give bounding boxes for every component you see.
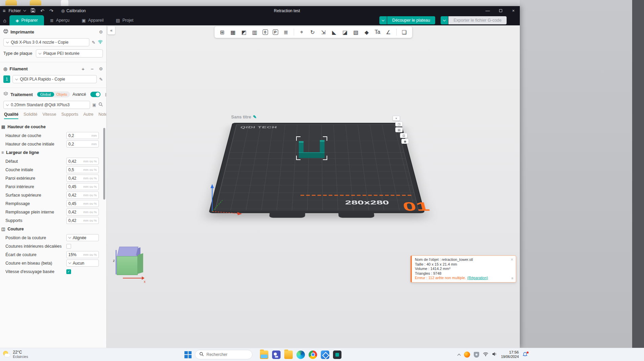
- minimize-button[interactable]: —: [481, 6, 494, 15]
- text-tool-icon[interactable]: Ta: [375, 29, 381, 35]
- add-object-icon[interactable]: ⊞: [219, 29, 225, 36]
- place-on-face-icon[interactable]: ◣: [331, 29, 337, 36]
- firefox-tray-icon[interactable]: [464, 352, 470, 358]
- setting-input[interactable]: 0,2mm: [66, 140, 99, 148]
- layers-icon[interactable]: ≣: [283, 29, 289, 36]
- folder-icon[interactable]: [284, 351, 293, 359]
- process-preset-select[interactable]: 0.20mm Standard @Qidi XPlus3: [3, 101, 90, 109]
- details-icon[interactable]: ≡: [511, 276, 513, 281]
- process-tab-vitesse[interactable]: Vitesse: [42, 112, 56, 119]
- viewport-3d[interactable]: « ⊞▦◩▥0P≣⌖↻⇲◣◪▧◆Ta∠❏ QIDI TECH 280x280 0…: [107, 25, 520, 348]
- paste-icon[interactable]: P: [273, 29, 278, 35]
- support-paint-icon[interactable]: ▧: [353, 29, 359, 36]
- slicer-icon[interactable]: [333, 351, 341, 359]
- settings-group-header[interactable]: ▤Hauteur de couche: [0, 122, 106, 131]
- plate-settings-icon[interactable]: ▤: [395, 127, 403, 132]
- lock-plate-icon[interactable]: ⊡: [400, 133, 407, 138]
- clone-count-icon[interactable]: 0: [263, 29, 268, 35]
- setting-input[interactable]: 15%mm ou %: [66, 251, 99, 258]
- repair-link[interactable]: (Réparation): [467, 276, 488, 280]
- tab-aperçu[interactable]: ≣Aperçu: [44, 15, 76, 25]
- wifi-tray-icon[interactable]: [483, 352, 488, 358]
- setting-input[interactable]: 0,2mm: [66, 132, 99, 139]
- file-menu[interactable]: Fichier: [8, 8, 21, 13]
- tab-préparer[interactable]: ◈Préparer: [9, 15, 44, 25]
- process-tab-qualité[interactable]: Qualité: [4, 112, 18, 119]
- hamburger-menu-icon[interactable]: ≡: [3, 8, 5, 14]
- process-tab-autre[interactable]: Autre: [83, 112, 93, 119]
- rotate-icon[interactable]: ↻: [310, 29, 316, 36]
- tab-appareil[interactable]: ▣Appareil: [75, 15, 110, 25]
- collapse-sidebar-button[interactable]: «: [108, 26, 115, 35]
- volume-tray-icon[interactable]: [492, 352, 497, 358]
- filament-slot-badge[interactable]: 1: [3, 75, 10, 83]
- maximize-button[interactable]: [494, 6, 507, 15]
- plate-visibility-icon[interactable]: ◉: [401, 139, 409, 144]
- chevron-down-icon[interactable]: [23, 9, 26, 12]
- remove-filament-icon[interactable]: −: [90, 66, 94, 72]
- setting-input[interactable]: 0,42mm ou %: [66, 208, 99, 216]
- setting-checkbox[interactable]: [66, 244, 71, 249]
- move-icon[interactable]: ⌖: [299, 29, 305, 35]
- edit-filament-icon[interactable]: ✎: [99, 77, 103, 82]
- teams-icon[interactable]: [272, 351, 281, 359]
- setting-input[interactable]: 0,45mm ou %: [66, 183, 99, 190]
- cut-icon[interactable]: ◪: [342, 29, 348, 36]
- slice-dropdown[interactable]: [379, 16, 387, 24]
- weather-widget[interactable]: 22°C Éclaircies: [2, 350, 28, 359]
- process-tab-solidité[interactable]: Solidité: [23, 112, 37, 119]
- add-filament-icon[interactable]: +: [81, 66, 85, 72]
- printer-preset-select[interactable]: Qidi X-Plus 3 0.4 nozzle - Copie: [3, 38, 89, 46]
- filament-preset-select[interactable]: QIDI PLA Rapido - Copie: [13, 75, 97, 83]
- assembly-view-icon[interactable]: ❏: [401, 29, 407, 36]
- notifications-icon[interactable]: [523, 352, 528, 358]
- tray-expand-icon[interactable]: [458, 354, 461, 357]
- setting-input[interactable]: 0,45mm ou %: [66, 200, 99, 207]
- arrange-icon[interactable]: ▦: [230, 29, 236, 36]
- search-preset-icon[interactable]: [98, 102, 103, 108]
- taskbar-clock[interactable]: 17:56 19/06/2024: [501, 350, 519, 359]
- plate-name[interactable]: Sans titre ✎: [231, 114, 257, 119]
- scale-icon[interactable]: ⇲: [320, 29, 327, 36]
- seam-paint-icon[interactable]: ◆: [364, 29, 370, 36]
- slice-plate-button[interactable]: Découper le plateau: [379, 16, 435, 24]
- save-icon[interactable]: [31, 8, 35, 14]
- rename-plate-icon[interactable]: ✎: [253, 114, 257, 119]
- printer-settings-icon[interactable]: ⚙: [99, 29, 103, 35]
- process-tab-notes[interactable]: Notes: [98, 112, 107, 119]
- copy-preset-icon[interactable]: ▣: [92, 103, 96, 107]
- export-dropdown[interactable]: [441, 16, 448, 24]
- plate-type-select[interactable]: Plaque PEI texturée: [36, 49, 103, 58]
- setting-select[interactable]: Alignée: [66, 234, 99, 241]
- export-gcode-button[interactable]: Exporter le fichier G-code: [441, 16, 507, 24]
- taskbar-search[interactable]: [195, 350, 252, 359]
- redo-icon[interactable]: ↷: [49, 8, 53, 14]
- scope-global[interactable]: Global: [37, 92, 54, 97]
- process-tab-supports[interactable]: Supports: [61, 112, 78, 119]
- setting-input[interactable]: 0,5mm ou %: [66, 166, 99, 173]
- edge-icon[interactable]: [296, 351, 305, 359]
- auto-orient-icon[interactable]: ◩: [241, 29, 247, 36]
- measure-icon[interactable]: ∠: [385, 29, 392, 36]
- chrome-icon[interactable]: [309, 351, 317, 359]
- filament-settings-icon[interactable]: ⚙: [99, 66, 103, 71]
- calibration-menu[interactable]: ◎ Calibration: [61, 8, 86, 13]
- edit-printer-icon[interactable]: ✎: [92, 40, 95, 45]
- scope-objects[interactable]: Objets: [54, 92, 70, 97]
- model-retraction-tower[interactable]: [296, 136, 327, 160]
- home-button[interactable]: ⌂: [0, 15, 9, 25]
- file-explorer-icon[interactable]: [260, 351, 268, 359]
- undo-icon[interactable]: ↶: [40, 8, 44, 14]
- setting-input[interactable]: 0,42mm ou %: [66, 158, 99, 165]
- advanced-toggle[interactable]: [90, 92, 101, 97]
- setting-input[interactable]: 0,42mm ou %: [66, 191, 99, 199]
- photos-icon[interactable]: [321, 351, 329, 359]
- setting-input[interactable]: 0,42mm ou %: [66, 217, 99, 224]
- merge-icon[interactable]: ▥: [252, 29, 258, 36]
- shield-tray-icon[interactable]: [474, 352, 479, 358]
- start-button[interactable]: [184, 351, 192, 358]
- close-plate-icon[interactable]: ×: [393, 116, 400, 121]
- close-button[interactable]: ×: [507, 6, 520, 15]
- setting-checkbox[interactable]: ✓: [66, 269, 71, 274]
- settings-group-header[interactable]: ≡Largeur de ligne: [0, 148, 106, 157]
